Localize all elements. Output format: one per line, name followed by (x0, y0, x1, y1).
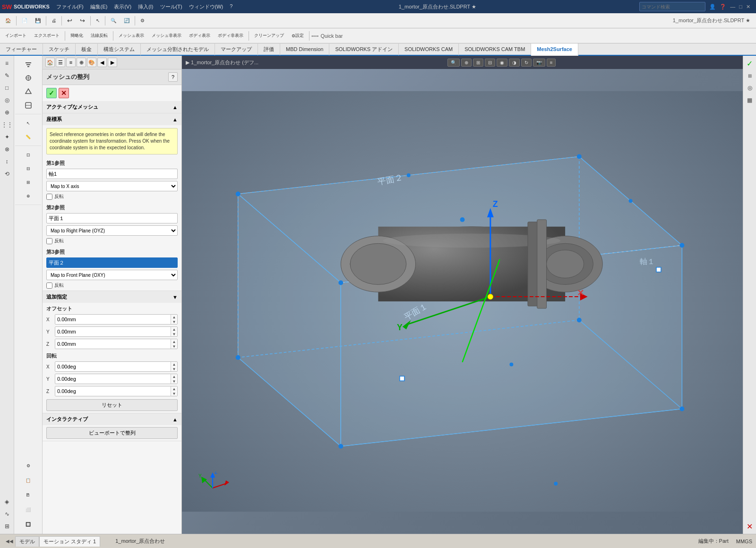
ref3-input[interactable] (46, 257, 178, 268)
tab-structure[interactable]: 構造システム (98, 43, 141, 55)
toolbar-new[interactable]: 🏠 (2, 15, 14, 26)
ref2-dropdown[interactable]: Map to Right Plane (OYZ)Map to Front Pla… (46, 225, 178, 236)
tab-markup[interactable]: マークアップ (215, 43, 258, 55)
vp-rotate-btn[interactable]: ↻ (521, 59, 532, 67)
rot-x-down[interactable]: ▼ (171, 367, 177, 371)
help-icon[interactable]: ❓ (720, 4, 726, 10)
rot-x-input[interactable] (55, 362, 171, 371)
right-icon-4[interactable]: ▦ (744, 94, 756, 106)
right-reject-icon[interactable]: ✕ (744, 521, 756, 532)
body-hide-btn[interactable]: ボディ非表示 (215, 30, 247, 42)
menu-window[interactable]: ウィンドウ(W) (186, 2, 226, 11)
tool-extra-4[interactable]: ⬜ (16, 503, 41, 516)
command-search[interactable] (639, 2, 705, 11)
offset-z-down[interactable]: ▼ (171, 344, 177, 349)
sidebar-icon-2[interactable]: ✎ (1, 70, 13, 81)
toolbar-options[interactable]: ⚙ (137, 15, 148, 26)
toolbar-undo[interactable]: ↩ (64, 15, 76, 26)
rot-y-input[interactable] (55, 374, 171, 384)
menu-file[interactable]: ファイル(F) (53, 2, 86, 11)
menu-help[interactable]: ? (227, 2, 235, 11)
tab-sw-cam[interactable]: SOLIDWORKS CAM (399, 43, 459, 55)
reset-button[interactable]: リセット (46, 399, 178, 411)
view-tool-2[interactable]: ⊟ (16, 162, 41, 175)
panel-icon-center[interactable]: ⊕ (77, 58, 86, 67)
additional-header[interactable]: 追加指定 ▼ (43, 291, 181, 303)
active-mesh-header[interactable]: アクティブなメッシュ ▲ (43, 101, 181, 113)
panel-icon-props[interactable]: ≡ (66, 58, 76, 67)
measure-tool[interactable]: 📏 (16, 130, 41, 144)
toolbar-zoom[interactable]: 🔍 (107, 15, 120, 26)
tool-extra-5[interactable]: 🔲 (16, 518, 41, 531)
ref2-input[interactable] (46, 213, 178, 223)
toolbar-rotate[interactable]: 🔄 (120, 15, 133, 26)
export-btn[interactable]: エクスポート (31, 30, 63, 42)
sidebar-icon-10[interactable]: ⟲ (1, 168, 13, 180)
vp-zoom-btn[interactable]: ⊕ (461, 59, 472, 67)
tab-eval[interactable]: 評価 (258, 43, 280, 55)
rot-z-down[interactable]: ▼ (171, 391, 177, 396)
tab-sheet[interactable]: 板金 (76, 43, 98, 55)
offset-x-input[interactable] (55, 315, 171, 324)
tab-sketch[interactable]: スケッチ (43, 43, 76, 55)
view-tool-4[interactable]: ⊕ (16, 189, 41, 203)
sidebar-icon-bottom3[interactable]: ⊞ (1, 521, 13, 532)
offset-x-down[interactable]: ▼ (171, 319, 177, 324)
simplify-btn[interactable]: 簡略化 (67, 30, 86, 42)
panel-icon-list[interactable]: ☰ (56, 58, 65, 67)
rot-y-up[interactable]: ▲ (171, 374, 177, 379)
toolbar-save[interactable]: 💾 (32, 15, 44, 26)
rot-x-up[interactable]: ▲ (171, 362, 177, 367)
toolbar-redo[interactable]: ↪ (77, 15, 88, 26)
interactive-header[interactable]: インタラクティブ ▲ (43, 413, 181, 425)
sidebar-icon-1[interactable]: ≡ (1, 58, 13, 69)
sidebar-icon-5[interactable]: ⊕ (1, 107, 13, 118)
sidebar-icon-9[interactable]: ↕ (1, 156, 13, 167)
offset-z-input[interactable] (55, 339, 171, 349)
ref3-reverse-checkbox[interactable] (46, 283, 52, 289)
right-icon-3[interactable]: ◎ (744, 82, 756, 94)
rot-z-input[interactable] (55, 386, 171, 396)
viewport-3d[interactable]: 平面２ 平面１ 軸１ (182, 69, 743, 534)
offset-x-up[interactable]: ▲ (171, 315, 177, 319)
vp-shading-btn[interactable]: ◑ (509, 59, 520, 67)
import-btn[interactable]: インポート (2, 30, 30, 42)
flip-normals-btn[interactable]: 法線反転 (87, 30, 111, 42)
right-accept-icon[interactable]: ✓ (744, 58, 756, 69)
mesh-tool[interactable] (16, 85, 41, 98)
ok-button[interactable]: ✓ (46, 88, 57, 98)
user-icon[interactable]: 👤 (709, 4, 716, 10)
offset-y-input[interactable] (55, 327, 171, 336)
select-tool[interactable]: ↖ (16, 117, 41, 130)
vp-section-btn[interactable]: ⊟ (485, 59, 495, 67)
sidebar-icon-bottom2[interactable]: ∿ (1, 508, 13, 520)
body-display-btn[interactable]: ボディ表示 (186, 30, 214, 42)
panel-nav-prev[interactable]: ◀ (97, 58, 107, 67)
minimize-btn[interactable]: — (730, 4, 735, 9)
vp-fit-btn[interactable]: ⊞ (473, 59, 483, 67)
coord-header[interactable]: 座標系 ▲ (43, 113, 181, 125)
vp-camera-btn[interactable]: 📷 (533, 59, 545, 67)
tab-feature[interactable]: フィーチャー (0, 43, 43, 55)
ref1-reverse-checkbox[interactable] (46, 194, 52, 200)
tool-extra-3[interactable]: 🖹 (16, 488, 41, 502)
sidebar-icon-7[interactable]: ✦ (1, 131, 13, 143)
view-tool-1[interactable]: ⊡ (16, 148, 41, 162)
tab-model[interactable]: モデル (15, 536, 39, 547)
close-btn[interactable]: ✕ (746, 4, 750, 10)
surface-tool[interactable] (16, 99, 41, 112)
align-tool[interactable] (16, 58, 41, 71)
sidebar-icon-6[interactable]: ⋮⋮ (1, 119, 13, 130)
mesh-display-btn[interactable]: メッシュ表示 (115, 30, 147, 42)
sidebar-icon-8[interactable]: ⊗ (1, 144, 13, 155)
tool-extra-2[interactable]: 📋 (16, 474, 41, 487)
viewport-align-btn[interactable]: ビューポートで整列 (46, 427, 178, 439)
toolbar-select[interactable]: ↖ (93, 15, 103, 26)
sidebar-icon-4[interactable]: ◎ (1, 94, 13, 106)
ref1-dropdown[interactable]: Map to X axisMap to Y axisMap to Z axis (46, 181, 178, 191)
bottom-nav-prev[interactable]: ◀◀ (4, 538, 15, 545)
sidebar-icon-bottom1[interactable]: ◈ (1, 496, 13, 507)
right-icon-2[interactable]: ⊞ (744, 70, 756, 81)
vp-display-btn[interactable]: ◉ (497, 59, 507, 67)
ref2-reverse-checkbox[interactable] (46, 238, 52, 244)
